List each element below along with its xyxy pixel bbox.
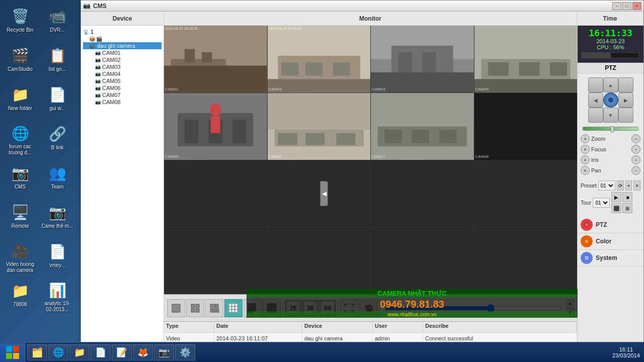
tree-cam-08[interactable]: 📷 CAM08 [83, 99, 162, 106]
desktop-icon-video[interactable]: 🎥 Video huong dan camera [2, 239, 38, 276]
fullscreen-button[interactable] [340, 299, 358, 317]
camera-cell-10[interactable] [268, 160, 371, 227]
ptz-center-button[interactable] [603, 93, 618, 108]
close-button[interactable]: × [632, 2, 641, 10]
ptz-pan-minus-button[interactable]: − [631, 166, 640, 175]
camera-cell-1[interactable]: 2014-03-23 16:10:45 CAM01 [164, 26, 267, 93]
tree-device-node[interactable]: 📦 🎬 [83, 36, 162, 42]
desktop-icon-new-folder[interactable]: 📁 New folder [2, 82, 38, 119]
taskbar-item-docs[interactable]: 📄 [91, 344, 111, 360]
ptz-iris-minus-button[interactable]: − [631, 155, 640, 164]
tree-root[interactable]: 📡 1 [83, 28, 162, 36]
tour-rec-button[interactable]: ⬛ [611, 203, 621, 213]
desktop-icon-link[interactable]: 🔗 B link [39, 122, 75, 158]
camera-cell-14[interactable] [268, 227, 371, 294]
ptz-up-button[interactable]: ▲ [603, 77, 618, 93]
desktop-icon-camera[interactable]: 📷 Came thê m... [39, 200, 75, 236]
tab-ptz[interactable]: PTZ [578, 217, 643, 233]
camera-cell-6[interactable]: CAM06 [268, 93, 371, 160]
ptz-down-right-button[interactable] [618, 108, 633, 123]
view1-button[interactable]: View 1 [167, 299, 185, 317]
camera-cell-2[interactable]: 2014-03-23 16:10:45 CAM02 [268, 26, 371, 93]
ptz-down-button[interactable]: ▼ [603, 108, 618, 123]
tree-cam-02[interactable]: 📷 CAM02 [83, 56, 162, 63]
ptz-focus-plus-button[interactable]: + [581, 145, 590, 154]
tree-cam-01[interactable]: 📷 CAM01 [83, 49, 162, 56]
camera-cell-7[interactable]: CAM07 [371, 93, 474, 160]
taskbar-item-settings[interactable]: ⚙️ [175, 344, 195, 360]
tab-color[interactable]: Color [578, 233, 643, 250]
ptz-left-button[interactable]: ◀ [588, 93, 603, 108]
desktop-icon-cms1[interactable]: 📷 CMS [2, 161, 38, 197]
preset-add-button[interactable]: + [625, 180, 632, 191]
preset-select[interactable]: 010203 [598, 180, 615, 191]
tree-cam-05[interactable]: 📷 CAM05 [83, 77, 162, 84]
view9-button[interactable]: View 9 [224, 299, 243, 317]
ptz-zoom-plus-button[interactable]: + [581, 134, 590, 143]
desktop-icon-dvr[interactable]: 📹 DVR... [39, 4, 75, 40]
stop-record-button[interactable] [359, 299, 377, 317]
desktop-icon-list[interactable]: 📋 list go... [39, 43, 75, 79]
collapse-panel-button[interactable]: ◀ [320, 181, 328, 206]
view36-button[interactable]: 36 [302, 300, 318, 316]
brightness-slider[interactable] [385, 304, 562, 312]
tree-cam-03[interactable]: 📷 CAM03 [83, 63, 162, 70]
ptz-up-right-button[interactable] [618, 77, 633, 93]
tree-cam-04[interactable]: 📷 CAM04 [83, 70, 162, 77]
ptz-down-left-button[interactable] [588, 108, 603, 123]
desktop-icon-team[interactable]: 👥 Team [39, 161, 75, 197]
view6-button[interactable] [205, 299, 223, 317]
preset-goto-button[interactable]: ⟳ [617, 180, 624, 191]
camera-cell-3[interactable]: CAM03 [371, 26, 474, 93]
camera-cell-11[interactable] [371, 160, 474, 227]
tree-cam-06[interactable]: 📷 CAM06 [83, 84, 162, 92]
taskbar-item-browser[interactable]: 🌐 [48, 344, 68, 360]
ptz-up-left-button[interactable] [588, 77, 603, 93]
camera-cell-13[interactable] [164, 227, 267, 294]
tab-system[interactable]: System [578, 250, 643, 266]
desktop-icon-analytic[interactable]: 📊 analytic 19-02-2013... [39, 279, 75, 315]
scroll-down-arrow[interactable]: ▼ [566, 308, 574, 317]
view10-button[interactable] [244, 299, 262, 317]
tour-stop-button[interactable]: ■ [622, 192, 632, 202]
ptz-speed-thumb[interactable] [611, 126, 614, 132]
desktop-icon-vmey[interactable]: 📄 vmey... [39, 239, 75, 276]
taskbar-item-folder[interactable]: 📁 [69, 344, 90, 360]
ptz-focus-minus-button[interactable]: − [631, 145, 640, 154]
taskbar-item-camera[interactable]: 📷 [154, 344, 174, 360]
desktop-icon-camstudio[interactable]: 🎬 CamStudio [2, 43, 38, 79]
minimize-button[interactable]: − [612, 2, 621, 10]
ptz-right-button[interactable]: ▶ [618, 93, 633, 108]
camera-cell-4[interactable]: CAM04 [474, 26, 578, 93]
camera-cell-8[interactable]: CAM08 [474, 93, 578, 160]
scroll-up-arrow[interactable]: ▲ [566, 299, 574, 308]
ptz-zoom-minus-button[interactable]: − [631, 134, 640, 143]
camera-cell-16[interactable] [474, 227, 578, 294]
tour-select[interactable]: 0102 [593, 198, 610, 208]
taskbar-item-explorer[interactable]: 🗂️ [27, 344, 47, 360]
tour-play-button[interactable]: ▶ [611, 192, 621, 202]
desktop-icon-recycle-bin[interactable]: 🗑️ Recycle Bin [2, 4, 38, 40]
tree-device-selected[interactable]: 📹 dau ghi camera [83, 42, 162, 49]
ptz-pan-plus-button[interactable]: + [581, 166, 590, 175]
camera-cell-12[interactable] [474, 160, 578, 227]
tour-grid-button[interactable]: ⊞ [622, 203, 632, 213]
camera-cell-15[interactable] [371, 227, 474, 294]
desktop-icon-78808[interactable]: 📁 78808 [2, 279, 38, 315]
taskbar-item-word[interactable]: 📝 [112, 344, 132, 360]
maximize-button[interactable]: □ [622, 2, 631, 10]
desktop-icon-forum[interactable]: 🌐 forum cac truong d... [2, 122, 38, 158]
tree-cam-07[interactable]: 📷 CAM07 [83, 92, 162, 99]
desktop-icon-remote[interactable]: 🖥️ Remote [2, 200, 38, 236]
view4-button[interactable]: View 4 [186, 299, 204, 317]
view64-button[interactable]: 64 [319, 300, 336, 316]
start-button[interactable] [0, 343, 25, 362]
taskbar-item-firefox[interactable]: 🦊 [133, 344, 153, 360]
view16-button[interactable] [263, 299, 281, 317]
camera-cell-9[interactable] [164, 160, 267, 227]
view25-button[interactable]: 25 [285, 300, 301, 316]
ptz-iris-plus-button[interactable]: + [581, 155, 590, 164]
desktop-icon-gui[interactable]: 📄 gui w... [39, 82, 75, 119]
preset-del-button[interactable]: × [633, 180, 640, 191]
camera-cell-5[interactable]: CAM05 [164, 93, 267, 160]
